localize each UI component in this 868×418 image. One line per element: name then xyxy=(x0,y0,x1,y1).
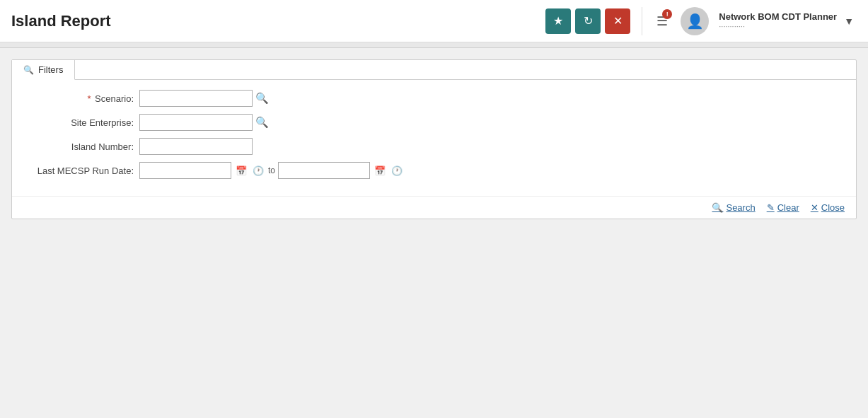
site-enterprise-magnifier-icon: 🔍 xyxy=(255,116,269,128)
close-filters-icon: ✕ xyxy=(811,202,818,213)
scenario-label: * Scenario: xyxy=(26,93,139,104)
user-info: Network BOM CDT Planner ············ xyxy=(719,11,837,30)
date-from-clock-button[interactable]: 🕐 xyxy=(251,166,265,176)
clear-button[interactable]: ✎ Clear xyxy=(767,202,799,213)
clock-from-icon: 🕐 xyxy=(253,166,264,176)
date-to-clock-button[interactable]: 🕐 xyxy=(390,166,404,176)
toolbar: ★ ↻ ✕ ☰ ! 👤 Network BOM CDT Planner ····… xyxy=(545,7,857,35)
divider xyxy=(642,7,642,35)
filters-tab-label: Filters xyxy=(38,64,63,75)
calendar-to-icon: 📅 xyxy=(374,166,386,176)
last-mecsp-label: Last MECSP Run Date: xyxy=(26,166,139,176)
refresh-button[interactable]: ↻ xyxy=(575,8,601,34)
close-filters-button[interactable]: ✕ Close xyxy=(811,202,845,213)
island-number-input[interactable] xyxy=(139,138,253,155)
favorite-button[interactable]: ★ xyxy=(545,8,571,34)
to-label: to xyxy=(268,166,275,175)
required-star: * xyxy=(87,93,91,104)
user-name: Network BOM CDT Planner xyxy=(719,11,837,22)
menu-badge: ! xyxy=(662,9,672,19)
scenario-row: * Scenario: 🔍 xyxy=(26,90,842,107)
calendar-from-icon: 📅 xyxy=(236,166,247,176)
site-enterprise-input[interactable] xyxy=(139,114,253,131)
filter-panel: 🔍 Filters * Scenario: 🔍 Site Enterprise: xyxy=(11,59,857,219)
last-mecsp-row: Last MECSP Run Date: 📅 🕐 to 📅 � xyxy=(26,162,842,179)
user-sub: ············ xyxy=(719,22,837,30)
star-icon: ★ xyxy=(553,14,563,28)
date-to-input[interactable] xyxy=(278,162,370,179)
user-dropdown-button[interactable]: ▼ xyxy=(841,16,857,27)
search-action-icon: 🔍 xyxy=(712,202,723,213)
date-range-inputs: 📅 🕐 to 📅 🕐 xyxy=(139,162,404,179)
sub-header-bar xyxy=(0,42,868,48)
refresh-icon: ↻ xyxy=(584,14,593,28)
clear-icon: ✎ xyxy=(767,202,775,213)
scenario-magnifier-icon: 🔍 xyxy=(255,92,269,104)
scenario-input[interactable] xyxy=(139,90,253,107)
clock-to-icon: 🕐 xyxy=(391,166,403,176)
close-button[interactable]: ✕ xyxy=(605,8,630,34)
app-header: Island Report ★ ↻ ✕ ☰ ! 👤 Network BOM CD… xyxy=(0,0,868,42)
filters-tab[interactable]: 🔍 Filters xyxy=(12,60,75,80)
close-icon: ✕ xyxy=(613,14,623,28)
filter-icon: 🔍 xyxy=(23,65,34,75)
main-content: 🔍 Filters * Scenario: 🔍 Site Enterprise: xyxy=(0,48,868,231)
page-title: Island Report xyxy=(11,12,545,30)
menu-button[interactable]: ☰ ! xyxy=(654,11,671,32)
filter-body: * Scenario: 🔍 Site Enterprise: 🔍 Island … xyxy=(12,80,856,196)
avatar-icon: 👤 xyxy=(686,13,704,30)
site-enterprise-label: Site Enterprise: xyxy=(26,117,139,128)
site-enterprise-search-button[interactable]: 🔍 xyxy=(253,116,272,129)
avatar: 👤 xyxy=(681,7,709,35)
filter-tabs: 🔍 Filters xyxy=(12,60,856,80)
date-to-calendar-button[interactable]: 📅 xyxy=(373,166,387,176)
site-enterprise-row: Site Enterprise: 🔍 xyxy=(26,114,842,131)
island-number-row: Island Number: xyxy=(26,138,842,155)
filter-actions: 🔍 Search ✎ Clear ✕ Close xyxy=(12,196,856,219)
date-from-calendar-button[interactable]: 📅 xyxy=(234,166,248,176)
island-number-label: Island Number: xyxy=(26,141,139,152)
date-from-input[interactable] xyxy=(139,162,231,179)
scenario-search-button[interactable]: 🔍 xyxy=(253,92,272,105)
search-button[interactable]: 🔍 Search xyxy=(712,202,755,213)
